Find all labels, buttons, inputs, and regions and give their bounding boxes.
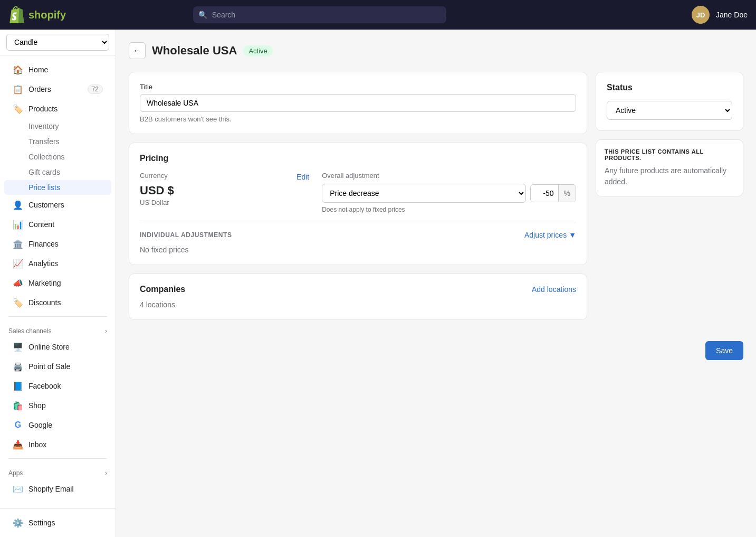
sidebar-item-label: Facebook: [28, 382, 61, 390]
main-content: ← Wholesale USA Active Title B2B custome…: [116, 30, 756, 537]
sidebar-item-orders[interactable]: 📋 Orders 72: [4, 80, 111, 99]
sidebar-item-transfers[interactable]: Transfers: [4, 134, 111, 149]
save-button[interactable]: Save: [705, 341, 743, 360]
sidebar-item-gift-cards[interactable]: Gift cards: [4, 165, 111, 180]
search-bar: 🔍: [193, 6, 446, 23]
sidebar-item-customers[interactable]: 👤 Customers: [4, 195, 111, 214]
sales-channels-chevron[interactable]: ›: [105, 327, 107, 335]
sidebar-nav: 🏠 Home 📋 Orders 72 🏷️ Products Inventory…: [0, 55, 116, 503]
pricing-title: Pricing: [140, 154, 576, 163]
back-button[interactable]: ←: [129, 42, 146, 59]
companies-header: Companies Add locations: [140, 285, 576, 294]
companies-title: Companies: [140, 285, 185, 294]
no-prices-text: No fixed prices: [140, 246, 576, 254]
sidebar-item-point-of-sale[interactable]: 🖨️ Point of Sale: [4, 357, 111, 376]
save-area: Save: [129, 341, 743, 360]
adj-hint: Does not apply to fixed prices: [322, 206, 576, 213]
sidebar-item-label: Shopify Email: [28, 485, 74, 493]
adj-value-input[interactable]: [531, 185, 558, 202]
sidebar-item-google[interactable]: G Google: [4, 416, 111, 435]
status-badge: Active: [243, 45, 272, 56]
sidebar: Candle 🏠 Home 📋 Orders 72 🏷️ Products: [0, 30, 116, 537]
google-icon: G: [13, 420, 23, 430]
apps-header: Apps ›: [0, 463, 116, 479]
sidebar-item-discounts[interactable]: 🏷️ Discounts: [4, 293, 111, 312]
sidebar-item-shopify-email[interactable]: ✉️ Shopify Email: [4, 479, 111, 498]
sidebar-item-inventory[interactable]: Inventory: [4, 119, 111, 134]
products-subnav: Inventory Transfers Collections Gift car…: [0, 119, 116, 195]
sidebar-item-home[interactable]: 🏠 Home: [4, 60, 111, 79]
price-list-info-text: Any future products are automatically ad…: [605, 165, 734, 187]
side-column: Status Active Draft THIS PRICE LIST CONT…: [596, 72, 743, 205]
sidebar-item-label: Analytics: [28, 259, 58, 268]
shopify-email-icon: ✉️: [13, 484, 23, 494]
sidebar-item-shop[interactable]: 🛍️ Shop: [4, 396, 111, 415]
sidebar-item-label: Inbox: [28, 440, 46, 449]
sales-channels-label: Sales channels: [8, 327, 51, 335]
sidebar-item-label: Shop: [28, 401, 46, 410]
individual-adj-header: INDIVIDUAL ADJUSTMENTS Adjust prices ▼: [140, 231, 576, 239]
orders-badge: 72: [88, 84, 103, 94]
sidebar-item-label: Content: [28, 220, 54, 229]
sales-channels-header: Sales channels ›: [0, 321, 116, 337]
avatar[interactable]: JD: [692, 6, 710, 24]
add-locations-button[interactable]: Add locations: [532, 285, 576, 294]
title-hint: B2B customers won't see this.: [140, 115, 576, 123]
sidebar-item-facebook[interactable]: 📘 Facebook: [4, 376, 111, 395]
sidebar-item-label: Orders: [28, 85, 51, 93]
currency-name: US Dollar: [140, 199, 309, 206]
sidebar-item-inbox[interactable]: 📥 Inbox: [4, 435, 111, 454]
adjust-prices-button[interactable]: Adjust prices ▼: [524, 231, 576, 239]
status-card: Status Active Draft: [596, 72, 743, 131]
chevron-down-icon: ▼: [569, 231, 576, 239]
apps-chevron[interactable]: ›: [105, 469, 107, 477]
content-grid: Title B2B customers won't see this. Pric…: [129, 72, 743, 328]
search-icon: 🔍: [198, 11, 207, 19]
status-select[interactable]: Active Draft: [607, 101, 732, 120]
sidebar-item-finances[interactable]: 🏛️ Finances: [4, 234, 111, 253]
shopify-logo[interactable]: shopify: [8, 6, 66, 23]
pricing-row: Currency Edit USD $ US Dollar Overall ad…: [140, 172, 576, 213]
sidebar-item-content[interactable]: 📊 Content: [4, 215, 111, 234]
discounts-icon: 🏷️: [13, 297, 23, 308]
shop-icon: 🛍️: [13, 400, 23, 411]
adj-type-select[interactable]: Price decrease Price increase: [322, 184, 525, 203]
individual-adj-title: INDIVIDUAL ADJUSTMENTS: [140, 231, 232, 239]
sidebar-item-collections[interactable]: Collections: [4, 149, 111, 164]
store-selector[interactable]: Candle: [0, 30, 116, 55]
finances-icon: 🏛️: [13, 239, 23, 249]
adj-unit: %: [558, 185, 576, 202]
title-label: Title: [140, 83, 576, 91]
sidebar-item-label: Point of Sale: [28, 362, 70, 371]
point-of-sale-icon: 🖨️: [13, 361, 23, 372]
sidebar-item-label: Home: [28, 65, 48, 74]
title-input[interactable]: [140, 94, 576, 112]
search-input[interactable]: [193, 6, 446, 23]
price-list-info-title: THIS PRICE LIST CONTAINS ALL PRODUCTS.: [605, 148, 734, 161]
marketing-icon: 📣: [13, 278, 23, 288]
facebook-icon: 📘: [13, 381, 23, 391]
edit-currency-link[interactable]: Edit: [296, 173, 309, 181]
sidebar-item-label: Discounts: [28, 298, 61, 307]
inbox-icon: 📥: [13, 439, 23, 450]
sidebar-item-products[interactable]: 🏷️ Products: [4, 99, 111, 118]
sidebar-item-label: Customers: [28, 201, 64, 209]
sidebar-item-online-store[interactable]: 🖥️ Online Store: [4, 337, 111, 356]
sidebar-item-marketing[interactable]: 📣 Marketing: [4, 274, 111, 293]
sidebar-item-label: Settings: [28, 519, 55, 527]
status-card-title: Status: [607, 83, 732, 92]
adj-row: Price decrease Price increase %: [322, 184, 576, 203]
pricing-divider: [140, 222, 576, 222]
content-icon: 📊: [13, 219, 23, 230]
sidebar-item-price-lists[interactable]: Price lists: [4, 180, 111, 195]
products-icon: 🏷️: [13, 103, 23, 114]
page-header: ← Wholesale USA Active: [129, 42, 743, 59]
sidebar-item-settings[interactable]: ⚙️ Settings: [4, 513, 111, 532]
sidebar-item-label: Marketing: [28, 279, 61, 287]
store-select[interactable]: Candle: [6, 34, 109, 51]
main-column: Title B2B customers won't see this. Pric…: [129, 72, 587, 328]
sidebar-item-label: Finances: [28, 240, 59, 248]
sidebar-item-analytics[interactable]: 📈 Analytics: [4, 254, 111, 273]
currency-value: USD $: [140, 184, 309, 197]
title-card: Title B2B customers won't see this.: [129, 72, 587, 134]
